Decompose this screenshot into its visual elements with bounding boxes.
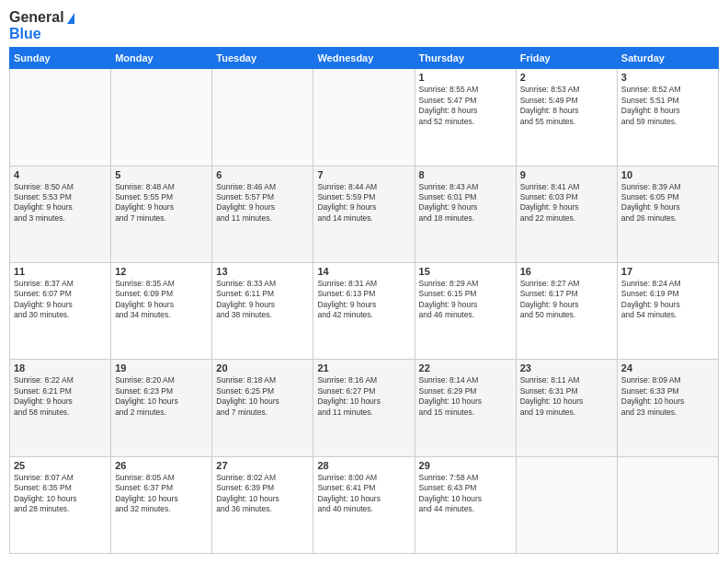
- day-number: 11: [14, 266, 107, 277]
- weekday-tuesday: Tuesday: [212, 48, 313, 69]
- weekday-monday: Monday: [111, 48, 212, 69]
- day-number: 3: [621, 72, 714, 83]
- day-number: 13: [216, 266, 309, 277]
- day-cell: 27Sunrise: 8:02 AMSunset: 6:39 PMDayligh…: [212, 456, 313, 553]
- day-info: Sunrise: 8:46 AMSunset: 5:57 PMDaylight:…: [216, 182, 309, 224]
- day-cell: [313, 69, 415, 166]
- day-cell: 8Sunrise: 8:43 AMSunset: 6:01 PMDaylight…: [415, 166, 516, 262]
- day-cell: 14Sunrise: 8:31 AMSunset: 6:13 PMDayligh…: [313, 262, 415, 359]
- day-number: 8: [419, 169, 512, 180]
- page: GeneralBlue SundayMondayTuesdayWednesday…: [0, 0, 728, 563]
- day-number: 18: [14, 362, 107, 373]
- calendar-table: SundayMondayTuesdayWednesdayThursdayFrid…: [9, 47, 719, 554]
- day-info: Sunrise: 8:11 AMSunset: 6:31 PMDaylight:…: [520, 375, 613, 418]
- day-info: Sunrise: 8:39 AMSunset: 6:05 PMDaylight:…: [621, 182, 714, 224]
- day-cell: 4Sunrise: 8:50 AMSunset: 5:53 PMDaylight…: [10, 166, 111, 262]
- day-cell: 12Sunrise: 8:35 AMSunset: 6:09 PMDayligh…: [111, 262, 212, 359]
- day-info: Sunrise: 8:33 AMSunset: 6:11 PMDaylight:…: [216, 279, 309, 321]
- day-number: 10: [621, 169, 714, 180]
- day-number: 24: [621, 362, 714, 373]
- day-cell: 25Sunrise: 8:07 AMSunset: 6:35 PMDayligh…: [10, 456, 111, 553]
- day-cell: 24Sunrise: 8:09 AMSunset: 6:33 PMDayligh…: [617, 360, 718, 456]
- day-number: 17: [621, 266, 714, 277]
- day-cell: 19Sunrise: 8:20 AMSunset: 6:23 PMDayligh…: [111, 360, 212, 456]
- day-info: Sunrise: 8:53 AMSunset: 5:49 PMDaylight:…: [520, 85, 613, 127]
- day-cell: 13Sunrise: 8:33 AMSunset: 6:11 PMDayligh…: [212, 262, 313, 359]
- day-cell: 28Sunrise: 8:00 AMSunset: 6:41 PMDayligh…: [313, 456, 415, 553]
- logo-general: General: [9, 9, 74, 26]
- day-info: Sunrise: 8:31 AMSunset: 6:13 PMDaylight:…: [317, 279, 410, 321]
- weekday-friday: Friday: [516, 48, 617, 69]
- day-number: 26: [115, 460, 208, 471]
- day-info: Sunrise: 8:29 AMSunset: 6:15 PMDaylight:…: [419, 279, 512, 321]
- day-number: 6: [216, 169, 309, 180]
- day-cell: [617, 456, 718, 553]
- day-info: Sunrise: 8:41 AMSunset: 6:03 PMDaylight:…: [520, 182, 613, 224]
- day-cell: 7Sunrise: 8:44 AMSunset: 5:59 PMDaylight…: [313, 166, 415, 262]
- week-row-3: 11Sunrise: 8:37 AMSunset: 6:07 PMDayligh…: [10, 262, 719, 359]
- day-cell: 6Sunrise: 8:46 AMSunset: 5:57 PMDaylight…: [212, 166, 313, 262]
- day-number: 28: [317, 460, 410, 471]
- day-number: 27: [216, 460, 309, 471]
- day-number: 4: [14, 169, 107, 180]
- weekday-saturday: Saturday: [617, 48, 718, 69]
- day-number: 1: [419, 72, 512, 83]
- day-info: Sunrise: 8:20 AMSunset: 6:23 PMDaylight:…: [115, 375, 208, 418]
- day-info: Sunrise: 8:14 AMSunset: 6:29 PMDaylight:…: [419, 375, 512, 418]
- day-info: Sunrise: 8:05 AMSunset: 6:37 PMDaylight:…: [115, 473, 208, 515]
- day-cell: 17Sunrise: 8:24 AMSunset: 6:19 PMDayligh…: [617, 262, 718, 359]
- week-row-4: 18Sunrise: 8:22 AMSunset: 6:21 PMDayligh…: [10, 360, 719, 456]
- header: GeneralBlue: [9, 9, 719, 41]
- day-cell: 1Sunrise: 8:55 AMSunset: 5:47 PMDaylight…: [415, 69, 516, 166]
- day-cell: 21Sunrise: 8:16 AMSunset: 6:27 PMDayligh…: [313, 360, 415, 456]
- day-cell: 9Sunrise: 8:41 AMSunset: 6:03 PMDaylight…: [516, 166, 617, 262]
- day-info: Sunrise: 8:02 AMSunset: 6:39 PMDaylight:…: [216, 473, 309, 515]
- day-info: Sunrise: 8:22 AMSunset: 6:21 PMDaylight:…: [14, 375, 107, 418]
- day-number: 23: [520, 362, 613, 373]
- logo: GeneralBlue: [9, 9, 74, 41]
- day-cell: 15Sunrise: 8:29 AMSunset: 6:15 PMDayligh…: [415, 262, 516, 359]
- day-info: Sunrise: 8:18 AMSunset: 6:25 PMDaylight:…: [216, 375, 309, 418]
- day-info: Sunrise: 8:07 AMSunset: 6:35 PMDaylight:…: [14, 473, 107, 515]
- day-number: 21: [317, 362, 410, 373]
- day-number: 29: [419, 460, 512, 471]
- day-info: Sunrise: 7:58 AMSunset: 6:43 PMDaylight:…: [419, 473, 512, 515]
- day-cell: 18Sunrise: 8:22 AMSunset: 6:21 PMDayligh…: [10, 360, 111, 456]
- day-cell: 22Sunrise: 8:14 AMSunset: 6:29 PMDayligh…: [415, 360, 516, 456]
- day-info: Sunrise: 8:27 AMSunset: 6:17 PMDaylight:…: [520, 279, 613, 321]
- weekday-header-row: SundayMondayTuesdayWednesdayThursdayFrid…: [10, 48, 719, 69]
- day-info: Sunrise: 8:48 AMSunset: 5:55 PMDaylight:…: [115, 182, 208, 224]
- day-number: 12: [115, 266, 208, 277]
- day-info: Sunrise: 8:24 AMSunset: 6:19 PMDaylight:…: [621, 279, 714, 321]
- day-info: Sunrise: 8:37 AMSunset: 6:07 PMDaylight:…: [14, 279, 107, 321]
- day-number: 19: [115, 362, 208, 373]
- day-info: Sunrise: 8:43 AMSunset: 6:01 PMDaylight:…: [419, 182, 512, 224]
- weekday-sunday: Sunday: [10, 48, 111, 69]
- day-info: Sunrise: 8:44 AMSunset: 5:59 PMDaylight:…: [317, 182, 410, 224]
- day-cell: 10Sunrise: 8:39 AMSunset: 6:05 PMDayligh…: [617, 166, 718, 262]
- day-cell: 26Sunrise: 8:05 AMSunset: 6:37 PMDayligh…: [111, 456, 212, 553]
- day-number: 9: [520, 169, 613, 180]
- day-info: Sunrise: 8:55 AMSunset: 5:47 PMDaylight:…: [419, 85, 512, 127]
- day-info: Sunrise: 8:50 AMSunset: 5:53 PMDaylight:…: [14, 182, 107, 224]
- day-cell: [516, 456, 617, 553]
- day-info: Sunrise: 8:52 AMSunset: 5:51 PMDaylight:…: [621, 85, 714, 127]
- day-number: 22: [419, 362, 512, 373]
- day-number: 14: [317, 266, 410, 277]
- day-cell: 11Sunrise: 8:37 AMSunset: 6:07 PMDayligh…: [10, 262, 111, 359]
- day-cell: [10, 69, 111, 166]
- day-cell: 23Sunrise: 8:11 AMSunset: 6:31 PMDayligh…: [516, 360, 617, 456]
- day-cell: 2Sunrise: 8:53 AMSunset: 5:49 PMDaylight…: [516, 69, 617, 166]
- day-cell: 20Sunrise: 8:18 AMSunset: 6:25 PMDayligh…: [212, 360, 313, 456]
- day-number: 16: [520, 266, 613, 277]
- day-cell: [111, 69, 212, 166]
- day-number: 20: [216, 362, 309, 373]
- day-cell: 5Sunrise: 8:48 AMSunset: 5:55 PMDaylight…: [111, 166, 212, 262]
- day-info: Sunrise: 8:16 AMSunset: 6:27 PMDaylight:…: [317, 375, 410, 418]
- day-number: 15: [419, 266, 512, 277]
- weekday-wednesday: Wednesday: [313, 48, 415, 69]
- day-info: Sunrise: 8:35 AMSunset: 6:09 PMDaylight:…: [115, 279, 208, 321]
- day-cell: 3Sunrise: 8:52 AMSunset: 5:51 PMDaylight…: [617, 69, 718, 166]
- weekday-thursday: Thursday: [415, 48, 516, 69]
- day-info: Sunrise: 8:09 AMSunset: 6:33 PMDaylight:…: [621, 375, 714, 418]
